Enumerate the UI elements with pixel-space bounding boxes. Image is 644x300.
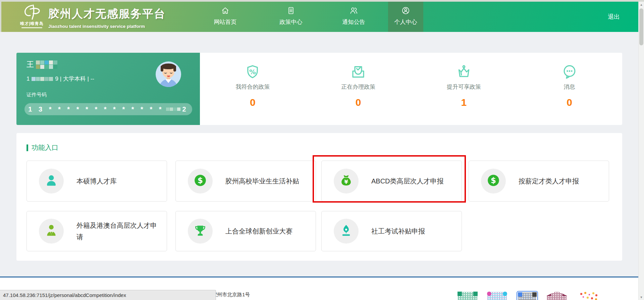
card-talent-pool[interactable]: 本硕博人才库 [26,161,167,202]
card-graduate-subsidy[interactable]: $ 胶州高校毕业生生活补贴 [175,161,316,202]
header: 唯才|唯青岛 胶州人才无感服务平台 Jiaozhou talent insens… [1,2,644,32]
card-social-work-subsidy[interactable]: 社工考试补贴申报 [321,211,462,251]
scrollbar-down-arrow[interactable]: ▼ [639,294,644,300]
logout-button[interactable]: 退出 [608,13,620,21]
functions-panel: 功能入口 本硕博人才库 $ 胶州高校毕业生生活补贴 ¥ [16,133,622,261]
site-logo: 唯才|唯青岛 [19,4,45,31]
stat-eligible-policies[interactable]: % 我符合的政策 0 [200,53,306,125]
nav-tab-policy[interactable]: 政策中心 [273,2,309,32]
logo-mark-icon [22,4,42,20]
card-icon-circle [334,219,359,244]
statusbar-url-tooltip: 47.104.58.236:7151/jz/personal/abcdCompe… [0,290,216,300]
nav-tab-personal[interactable]: 个人中心 [388,2,423,32]
logo-caption: 唯才|唯青岛 [19,21,45,27]
stat-label: 消息 [517,83,622,91]
card-label: 本硕博人才库 [76,175,159,187]
svg-text:$: $ [198,176,203,185]
doc-icon [273,6,309,15]
inbox-check-icon [306,63,411,80]
card-label: 按薪定才类人才申报 [519,175,601,187]
crown-icon [411,63,517,80]
logo-tagline [21,27,42,28]
trophy-icon [193,223,207,239]
nav-label: 个人中心 [388,18,423,26]
profile-card: 王 1 9 | 大学本科 | -- 证件号码 1 3 * * * * * * *… [16,53,200,125]
stat-value: 1 [411,97,517,108]
person-icon [44,173,58,189]
svg-text:¥: ¥ [344,179,348,185]
home-icon [208,6,243,15]
card-label: 社工考试补贴申报 [371,225,454,237]
card-label: 上合全球创新创业大赛 [225,225,308,237]
id-redaction-mosaic [166,108,180,111]
section-title: 功能入口 [32,143,58,152]
card-sco-competition[interactable]: 上合全球创新创业大赛 [175,211,316,251]
scrollbar[interactable]: ▲ ▼ [638,2,644,300]
card-icon-circle [188,219,213,244]
site-subtitle: Jiaozhou talent insensitivity service pl… [48,24,166,29]
stat-value: 0 [306,97,411,108]
card-icon-circle [39,219,64,244]
chat-dots-icon [517,63,622,80]
money-bag-icon: ¥ [339,173,353,189]
nav-label: 网站首页 [208,18,243,26]
stat-value: 0 [200,97,306,108]
stat-processing-policies[interactable]: 正在办理政策 0 [306,53,411,125]
nav-tab-notice[interactable]: 通知公告 [336,2,371,32]
scrollbar-up-arrow[interactable]: ▲ [639,2,644,7]
card-label: 胶州高校毕业生生活补贴 [225,175,308,187]
person-circle-icon [388,6,423,15]
id-number-pill: 1 3 * * * * * * * * * * * * * 2 [24,103,192,115]
pen-nib-icon [339,223,353,239]
stat-upgradable-policies[interactable]: 提升可享政策 1 [411,53,517,125]
businessman-icon [44,223,58,239]
site-title: 胶州人才无感服务平台 [48,6,166,22]
svg-text:$: $ [491,176,496,185]
svg-text:%: % [249,68,256,76]
qr-multicolor [578,291,599,300]
nav-label: 政策中心 [273,18,309,26]
people-icon [336,6,371,15]
stats-panel: % 我符合的政策 0 正在办理政策 0 提升可享政策 1 消息 0 [200,53,622,125]
card-abcd-talent[interactable]: ¥ ABCD类高层次人才申报 [321,161,462,202]
nav-label: 通知公告 [336,18,371,26]
stat-label: 正在办理政策 [306,83,411,91]
dollar-icon: $ [486,173,500,189]
scrollbar-thumb[interactable] [639,8,643,45]
card-label: ABCD类高层次人才申报 [371,175,454,187]
stat-messages[interactable]: 消息 0 [517,53,622,125]
card-icon-circle: $ [481,169,506,194]
user-name: 王 [26,59,59,70]
stat-label: 提升可享政策 [411,83,517,91]
info-redaction-mosaic [32,77,53,81]
shield-percent-icon: % [200,63,306,80]
name-redaction-mosaic [36,60,57,69]
card-label: 外籍及港澳台高层次人才申请 [76,220,159,243]
qr-green [457,291,478,300]
qr-pink-cyan [486,291,508,300]
card-icon-circle: $ [188,169,213,194]
card-foreign-talent[interactable]: 外籍及港澳台高层次人才申请 [26,211,167,251]
section-title-bar [26,144,28,151]
card-icon-circle [39,169,64,194]
card-icon-circle: ¥ [334,169,359,194]
footer-address: 胶州市北京路1号 [212,292,250,298]
id-number-label: 证件号码 [26,92,47,98]
avatar [156,61,181,87]
nav-tab-home[interactable]: 网站首页 [208,2,243,32]
user-info-line: 1 9 | 大学本科 | -- [26,75,94,83]
stat-value: 0 [517,97,622,108]
qr-maroon-house [546,291,568,300]
card-salary-talent[interactable]: $ 按薪定才类人才申报 [469,161,609,202]
dollar-icon: $ [193,173,207,189]
stat-label: 我符合的政策 [200,83,306,91]
qr-blue-frame [517,291,538,300]
